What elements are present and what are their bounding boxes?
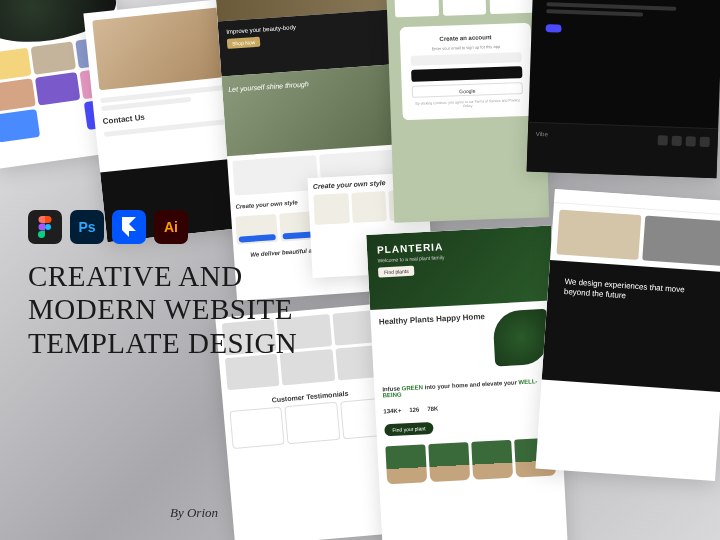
stat-value: 78K	[427, 406, 438, 413]
photoshop-icon: Ps	[70, 210, 104, 244]
social-icon[interactable]	[700, 137, 710, 147]
mockup-dark-agency: We design experiences that move beyond t…	[535, 189, 720, 481]
subscribe-button[interactable]	[545, 24, 561, 33]
monstera-leaf-icon	[492, 309, 550, 367]
social-icon[interactable]	[686, 136, 696, 146]
testimonial-card	[229, 407, 284, 449]
sub-footer: Vibe	[527, 122, 719, 179]
signup-button[interactable]	[411, 66, 522, 82]
figma-icon	[28, 210, 62, 244]
social-icon[interactable]	[672, 136, 682, 146]
shop-button[interactable]: Shop Now	[227, 37, 261, 49]
framer-icon	[112, 210, 146, 244]
tool-icons-row: Ps Ai	[28, 210, 328, 244]
signup-card: Create an account Enter your email to si…	[400, 23, 534, 121]
signup-title: Create an account	[410, 33, 521, 43]
grid-cell	[31, 41, 76, 75]
find-plant-button[interactable]: Find your plant	[384, 422, 434, 437]
find-plants-button[interactable]: Find plants	[378, 266, 415, 278]
testimonial-card	[285, 402, 340, 444]
plant-pot-icon	[471, 440, 513, 480]
gallery-image	[556, 209, 641, 260]
plant-pot-icon	[385, 444, 427, 484]
google-button[interactable]: Google	[412, 82, 523, 98]
contact-image	[92, 7, 233, 91]
mockup-signup: Customer quote Create an account Enter y…	[386, 0, 550, 223]
planteria-hero: PLANTERIA Welcome to a real plant family…	[366, 225, 555, 310]
healthy-heading: Healthy Plants Happy Home	[379, 312, 490, 373]
stat-value: 134K+	[383, 407, 401, 414]
grid-cell	[39, 103, 84, 137]
main-headline: CREATIVE AND MODERN WEBSITE TEMPLATE DES…	[28, 260, 328, 360]
dark-hero: We design experiences that move beyond t…	[542, 260, 720, 392]
title-block: Ps Ai CREATIVE AND MODERN WEBSITE TEMPLA…	[28, 210, 328, 360]
signup-hint: Enter your email to sign up for this app	[410, 43, 521, 52]
grid-cell	[0, 48, 32, 82]
info-card	[232, 155, 318, 196]
shine-text: Let yourself shine through	[228, 80, 309, 93]
byline: By Orion	[170, 505, 218, 521]
text-line	[546, 9, 643, 16]
quote-card	[394, 0, 438, 17]
gallery-image	[642, 215, 720, 266]
grid-cell	[0, 78, 36, 112]
quote-card	[442, 0, 486, 16]
mockup-planteria: PLANTERIA Welcome to a real plant family…	[366, 225, 569, 540]
illustrator-icon: Ai	[154, 210, 188, 244]
sub-title: A sound subscription	[547, 0, 709, 2]
stat-value: 126	[409, 407, 419, 414]
face-section: Let yourself shine through	[221, 64, 406, 156]
grid-cell	[35, 72, 80, 106]
agency-headline: We design experiences that move beyond t…	[563, 277, 712, 308]
terms-text: By clicking continue, you agree to our T…	[412, 98, 523, 110]
mockup-subscription: A sound subscription Vibe	[527, 0, 720, 178]
style-card	[351, 191, 387, 223]
svg-point-0	[45, 224, 51, 230]
banner-text: Improve your beauty-body	[226, 18, 390, 35]
quote-card	[490, 0, 534, 14]
vibe-label: Vibe	[535, 131, 654, 168]
plant-pot-icon	[428, 442, 470, 482]
email-field[interactable]	[411, 52, 522, 66]
grid-cell	[0, 109, 40, 143]
social-icon[interactable]	[658, 135, 668, 145]
